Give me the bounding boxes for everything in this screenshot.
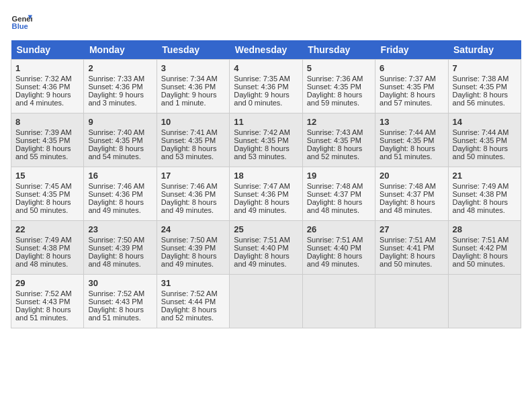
day-number: 29 — [15, 278, 79, 288]
daylight-text: Daylight: 8 hours and 48 minutes. — [307, 198, 371, 214]
header-monday: Monday — [84, 40, 157, 60]
sunset-text: Sunset: 4:40 PM — [234, 244, 298, 252]
sunset-text: Sunset: 4:35 PM — [161, 136, 225, 144]
sunrise-text: Sunrise: 7:37 AM — [380, 75, 443, 83]
day-number: 25 — [234, 224, 298, 234]
sunrise-text: Sunrise: 7:51 AM — [234, 236, 298, 244]
header-tuesday: Tuesday — [157, 40, 229, 60]
calendar-cell: 12Sunrise: 7:43 AMSunset: 4:35 PMDayligh… — [302, 113, 375, 167]
calendar-cell: 5Sunrise: 7:36 AMSunset: 4:35 PMDaylight… — [302, 60, 375, 113]
daylight-text: Daylight: 8 hours and 56 minutes. — [453, 91, 517, 107]
sunset-text: Sunset: 4:39 PM — [88, 244, 152, 252]
calendar-cell: 11Sunrise: 7:42 AMSunset: 4:35 PMDayligh… — [230, 113, 302, 167]
sunset-text: Sunset: 4:36 PM — [234, 190, 298, 198]
day-number: 31 — [161, 278, 225, 288]
sunset-text: Sunset: 4:43 PM — [15, 298, 79, 306]
calendar-cell: 24Sunrise: 7:50 AMSunset: 4:39 PMDayligh… — [157, 221, 229, 275]
calendar-cell: 30Sunrise: 7:52 AMSunset: 4:43 PMDayligh… — [84, 275, 157, 328]
daylight-text: Daylight: 8 hours and 53 minutes. — [161, 144, 225, 161]
daylight-text: Daylight: 9 hours and 3 minutes. — [88, 91, 152, 107]
daylight-text: Daylight: 8 hours and 48 minutes. — [380, 198, 443, 214]
sunrise-text: Sunrise: 7:43 AM — [307, 128, 371, 136]
sunrise-text: Sunrise: 7:41 AM — [161, 128, 225, 136]
day-number: 7 — [453, 63, 517, 73]
daylight-text: Daylight: 8 hours and 48 minutes. — [453, 198, 517, 214]
day-number: 6 — [380, 63, 443, 73]
sunrise-text: Sunrise: 7:42 AM — [234, 128, 298, 136]
sunrise-text: Sunrise: 7:49 AM — [453, 182, 517, 190]
day-number: 20 — [380, 171, 443, 181]
sunset-text: Sunset: 4:38 PM — [453, 190, 517, 198]
daylight-text: Daylight: 8 hours and 52 minutes. — [307, 144, 371, 161]
daylight-text: Daylight: 8 hours and 54 minutes. — [88, 144, 152, 161]
daylight-text: Daylight: 8 hours and 57 minutes. — [380, 91, 443, 107]
calendar-cell: 2Sunrise: 7:33 AMSunset: 4:36 PMDaylight… — [84, 60, 157, 113]
sunrise-text: Sunrise: 7:40 AM — [88, 128, 152, 136]
calendar-week-row: 8Sunrise: 7:39 AMSunset: 4:35 PMDaylight… — [11, 113, 521, 167]
calendar-cell: 16Sunrise: 7:46 AMSunset: 4:36 PMDayligh… — [84, 167, 157, 221]
day-number: 1 — [15, 63, 79, 73]
calendar-cell: 1Sunrise: 7:32 AMSunset: 4:36 PMDaylight… — [11, 60, 84, 113]
calendar-cell — [375, 275, 448, 328]
day-number: 27 — [380, 224, 443, 234]
daylight-text: Daylight: 8 hours and 49 minutes. — [88, 198, 152, 214]
calendar-cell — [448, 275, 521, 328]
calendar-cell: 23Sunrise: 7:50 AMSunset: 4:39 PMDayligh… — [84, 221, 157, 275]
calendar-cell: 15Sunrise: 7:45 AMSunset: 4:35 PMDayligh… — [11, 167, 84, 221]
day-number: 5 — [307, 63, 371, 73]
sunrise-text: Sunrise: 7:51 AM — [307, 236, 371, 244]
calendar-cell: 17Sunrise: 7:46 AMSunset: 4:36 PMDayligh… — [157, 167, 229, 221]
daylight-text: Daylight: 8 hours and 48 minutes. — [88, 252, 152, 268]
header-saturday: Saturday — [448, 40, 521, 60]
calendar-cell — [230, 275, 302, 328]
calendar-cell: 22Sunrise: 7:49 AMSunset: 4:38 PMDayligh… — [11, 221, 84, 275]
calendar-cell: 29Sunrise: 7:52 AMSunset: 4:43 PMDayligh… — [11, 275, 84, 328]
daylight-text: Daylight: 8 hours and 55 minutes. — [15, 144, 79, 161]
calendar-cell: 10Sunrise: 7:41 AMSunset: 4:35 PMDayligh… — [157, 113, 229, 167]
header-friday: Friday — [375, 40, 448, 60]
calendar-cell: 26Sunrise: 7:51 AMSunset: 4:40 PMDayligh… — [302, 221, 375, 275]
sunset-text: Sunset: 4:41 PM — [380, 244, 443, 252]
calendar-week-row: 1Sunrise: 7:32 AMSunset: 4:36 PMDaylight… — [11, 60, 521, 113]
sunrise-text: Sunrise: 7:39 AM — [15, 128, 79, 136]
day-number: 2 — [88, 63, 152, 73]
sunset-text: Sunset: 4:36 PM — [161, 190, 225, 198]
day-number: 12 — [307, 117, 371, 127]
header: General Blue — [11, 11, 521, 32]
day-number: 15 — [15, 171, 79, 181]
sunrise-text: Sunrise: 7:35 AM — [234, 75, 298, 83]
sunset-text: Sunset: 4:36 PM — [15, 83, 79, 91]
day-number: 14 — [453, 117, 517, 127]
calendar-cell: 31Sunrise: 7:52 AMSunset: 4:44 PMDayligh… — [157, 275, 229, 328]
calendar-cell: 6Sunrise: 7:37 AMSunset: 4:35 PMDaylight… — [375, 60, 448, 113]
day-number: 8 — [15, 117, 79, 127]
day-number: 17 — [161, 171, 225, 181]
calendar-week-row: 22Sunrise: 7:49 AMSunset: 4:38 PMDayligh… — [11, 221, 521, 275]
calendar-cell: 28Sunrise: 7:51 AMSunset: 4:42 PMDayligh… — [448, 221, 521, 275]
daylight-text: Daylight: 8 hours and 49 minutes. — [234, 252, 298, 268]
sunrise-text: Sunrise: 7:48 AM — [307, 182, 371, 190]
daylight-text: Daylight: 8 hours and 49 minutes. — [161, 198, 225, 214]
sunset-text: Sunset: 4:36 PM — [88, 83, 152, 91]
sunset-text: Sunset: 4:35 PM — [307, 136, 371, 144]
day-number: 18 — [234, 171, 298, 181]
sunrise-text: Sunrise: 7:46 AM — [88, 182, 152, 190]
calendar-cell: 8Sunrise: 7:39 AMSunset: 4:35 PMDaylight… — [11, 113, 84, 167]
daylight-text: Daylight: 8 hours and 51 minutes. — [88, 306, 152, 322]
day-number: 28 — [453, 224, 517, 234]
day-number: 10 — [161, 117, 225, 127]
calendar-cell: 14Sunrise: 7:44 AMSunset: 4:35 PMDayligh… — [448, 113, 521, 167]
calendar-cell: 13Sunrise: 7:44 AMSunset: 4:35 PMDayligh… — [375, 113, 448, 167]
day-number: 19 — [307, 171, 371, 181]
sunset-text: Sunset: 4:36 PM — [234, 83, 298, 91]
daylight-text: Daylight: 8 hours and 50 minutes. — [15, 198, 79, 214]
svg-text:Blue: Blue — [12, 22, 28, 30]
calendar-cell: 4Sunrise: 7:35 AMSunset: 4:36 PMDaylight… — [230, 60, 302, 113]
daylight-text: Daylight: 9 hours and 4 minutes. — [15, 91, 79, 107]
sunset-text: Sunset: 4:35 PM — [380, 136, 443, 144]
sunset-text: Sunset: 4:35 PM — [307, 83, 371, 91]
day-number: 13 — [380, 117, 443, 127]
day-number: 24 — [161, 224, 225, 234]
calendar-table: SundayMondayTuesdayWednesdayThursdayFrid… — [11, 40, 521, 328]
calendar-cell: 9Sunrise: 7:40 AMSunset: 4:35 PMDaylight… — [84, 113, 157, 167]
